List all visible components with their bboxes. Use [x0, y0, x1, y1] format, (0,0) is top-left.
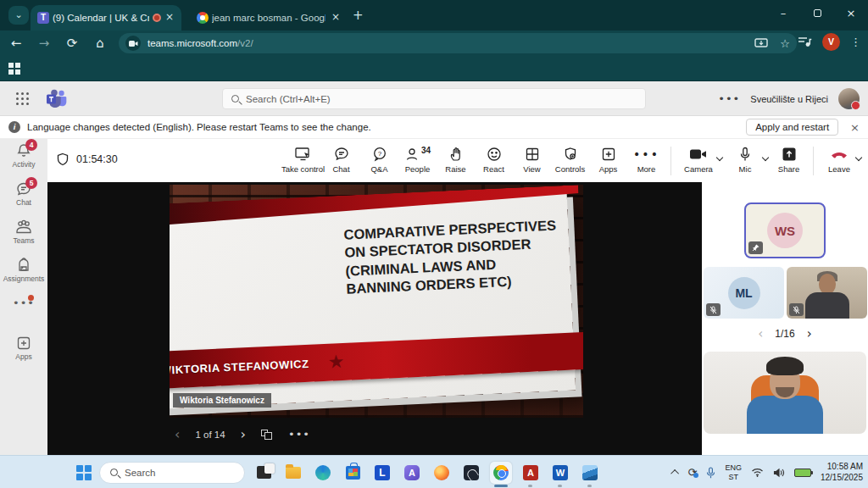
url-host: teams.microsoft.com: [147, 38, 237, 48]
linkedin-button[interactable]: L: [371, 462, 393, 484]
back-button[interactable]: ←: [4, 32, 28, 54]
browser-menu-icon[interactable]: ⋮: [850, 36, 861, 48]
info-icon: i: [8, 121, 20, 133]
self-video-tile[interactable]: [704, 352, 866, 434]
slide-navigation: ‹ 1 of 14 › •••: [175, 426, 310, 442]
share-button[interactable]: Share: [770, 143, 808, 174]
view-button[interactable]: View: [513, 143, 551, 174]
participants-pagination: ‹ 1/16 ›: [702, 326, 868, 341]
people-button[interactable]: 34 People: [398, 143, 437, 174]
browser-profile-avatar[interactable]: V: [822, 33, 840, 51]
search-icon: [110, 469, 118, 476]
install-app-icon[interactable]: [754, 38, 768, 49]
tray-clock[interactable]: 10:58 AM12/15/2025: [821, 462, 863, 483]
word-button[interactable]: W: [549, 462, 571, 484]
camera-button[interactable]: Camera: [676, 143, 721, 174]
start-button[interactable]: [76, 465, 92, 480]
mic-button[interactable]: Mic: [724, 143, 766, 174]
close-button[interactable]: ×: [834, 0, 868, 29]
slide-paper: COMPARATIVE PERSPECTIVES ON SPECTATOR DI…: [170, 187, 576, 409]
maximize-button[interactable]: [800, 0, 834, 29]
take-control-button[interactable]: Take control: [284, 143, 322, 174]
sidebar-item-activity[interactable]: 4 Activity: [0, 142, 47, 169]
google-favicon: [197, 12, 209, 24]
new-tab-button[interactable]: +: [353, 8, 364, 23]
microsoft-store-button[interactable]: [342, 462, 364, 484]
language-banner: i Language changes detected (English). P…: [0, 116, 868, 139]
chat-badge: 5: [25, 177, 37, 189]
app-launcher-icon[interactable]: [16, 92, 30, 106]
reload-button[interactable]: ⟳: [60, 32, 84, 54]
sidebar-item-chat[interactable]: 5 Chat: [0, 180, 47, 207]
camera-permission-icon[interactable]: [125, 36, 141, 51]
home-button[interactable]: ⌂: [88, 32, 112, 54]
wifi-icon[interactable]: [751, 468, 764, 477]
participant-tile-video[interactable]: [787, 267, 867, 319]
tab-groups-icon[interactable]: [798, 36, 812, 47]
tab-search-button[interactable]: ⌄: [8, 6, 29, 25]
app-a-button[interactable]: A: [401, 462, 423, 484]
chrome-button[interactable]: [490, 462, 512, 484]
previous-page-icon[interactable]: ‹: [758, 326, 763, 341]
photos-button[interactable]: [579, 462, 601, 484]
slide-author: WIKTORIA STEFANOWICZ: [170, 357, 309, 376]
apps-button[interactable]: Apps: [589, 143, 627, 174]
react-button[interactable]: React: [475, 143, 513, 174]
browser-tabstrip: ⌄ T (9) Calendar | UK & Croatia × jean m…: [0, 0, 868, 30]
header-more-icon[interactable]: •••: [718, 92, 740, 105]
teams-search-input[interactable]: Search (Ctrl+Alt+E): [222, 88, 646, 109]
apply-restart-button[interactable]: Apply and restart: [746, 119, 838, 136]
sidebar-item-more[interactable]: •••: [0, 297, 47, 309]
raise-hand-button[interactable]: Raise: [437, 143, 475, 174]
teams-profile-avatar[interactable]: [838, 88, 860, 109]
private-view-icon[interactable]: [261, 430, 273, 440]
controls-button[interactable]: Controls: [551, 143, 589, 174]
slide-title: COMPARATIVE PERSPECTIVES ON SPECTATOR DI…: [343, 216, 563, 298]
banner-close-icon[interactable]: ×: [850, 121, 860, 134]
minimize-button[interactable]: –: [766, 0, 800, 29]
tab-recording-icon: [153, 14, 161, 22]
sidebar-item-assignments[interactable]: Assignments: [0, 257, 47, 283]
teams-favicon: T: [37, 12, 49, 24]
file-explorer-button[interactable]: [282, 462, 304, 484]
tab-close-icon[interactable]: ×: [163, 11, 176, 25]
firefox-button[interactable]: [431, 462, 453, 484]
browser-toolbar: ← → ⟳ ⌂ teams.microsoft.com/v2/ ☆: [0, 30, 868, 56]
tab-teams[interactable]: T (9) Calendar | UK & Croatia ×: [31, 5, 181, 30]
participant-tile-ws[interactable]: WS: [744, 202, 826, 258]
task-view-button[interactable]: [253, 462, 275, 484]
next-page-icon[interactable]: ›: [807, 326, 812, 341]
previous-slide-icon[interactable]: ‹: [175, 426, 180, 442]
sidebar-item-apps[interactable]: Apps: [0, 335, 47, 361]
address-bar[interactable]: teams.microsoft.com/v2/ ☆: [119, 33, 797, 53]
taskbar-search-input[interactable]: Search: [99, 462, 245, 484]
participant-tile-ml[interactable]: ML: [704, 267, 784, 319]
hidden-icons-chevron[interactable]: [670, 469, 679, 478]
controls-shield-icon: [562, 146, 579, 163]
edge-button[interactable]: [312, 462, 334, 484]
qna-button[interactable]: ? Q&A: [360, 143, 398, 174]
leave-button[interactable]: Leave: [819, 143, 860, 174]
mic-tray-icon[interactable]: [706, 467, 715, 479]
teams-people-icon: [14, 219, 33, 236]
slide-more-icon[interactable]: •••: [288, 428, 310, 441]
org-name: Sveučilište u Rijeci: [750, 94, 828, 104]
acrobat-button[interactable]: A: [520, 462, 542, 484]
sidebar-item-teams[interactable]: Teams: [0, 219, 47, 245]
language-indicator[interactable]: ENGST: [725, 463, 742, 481]
bookmark-star-icon[interactable]: ☆: [780, 37, 790, 50]
search-icon: [231, 95, 239, 103]
tab-title: (9) Calendar | UK & Croatia: [53, 13, 149, 23]
tab-close-icon[interactable]: ×: [329, 11, 342, 25]
next-slide-icon[interactable]: ›: [241, 426, 246, 442]
tab-google[interactable]: jean marc bosman - Google pre ×: [188, 5, 348, 30]
speedtest-button[interactable]: [460, 462, 482, 484]
forward-button[interactable]: →: [32, 32, 56, 54]
camera-icon: [688, 146, 709, 163]
apps-shortcut-icon[interactable]: [8, 63, 20, 75]
volume-icon[interactable]: [773, 468, 785, 478]
chat-button[interactable]: Chat: [322, 143, 360, 174]
sync-tray-icon[interactable]: ⟳: [688, 466, 698, 479]
battery-icon[interactable]: [794, 469, 811, 477]
more-button[interactable]: ••• More: [627, 143, 665, 174]
